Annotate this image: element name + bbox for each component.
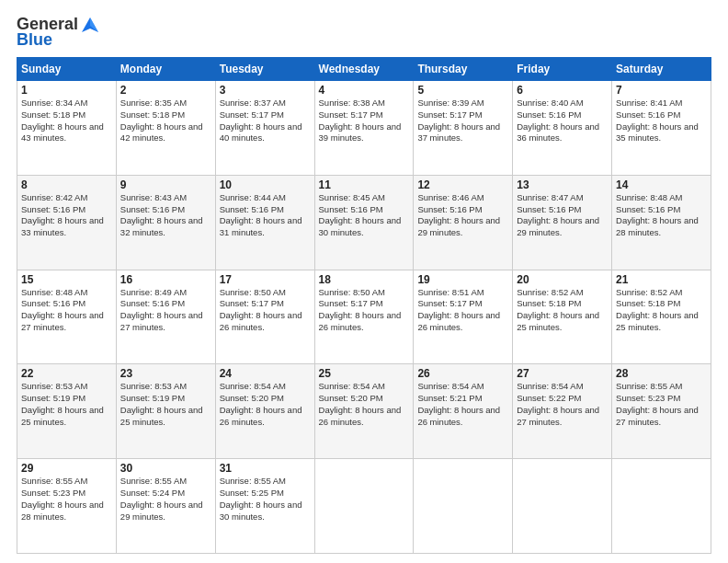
day-cell-27: 27 Sunrise: 8:54 AM Sunset: 5:22 PM Dayl… [513, 364, 612, 459]
day-cell-13: 13 Sunrise: 8:47 AM Sunset: 5:16 PM Dayl… [513, 175, 612, 270]
day-number: 29 [21, 462, 112, 475]
day-cell-10: 10 Sunrise: 8:44 AM Sunset: 5:16 PM Dayl… [215, 175, 314, 270]
day-cell-1: 1 Sunrise: 8:34 AM Sunset: 5:18 PM Dayli… [17, 81, 117, 176]
day-info: Sunrise: 8:48 AM Sunset: 5:16 PM Dayligh… [21, 287, 112, 334]
day-cell-6: 6 Sunrise: 8:40 AM Sunset: 5:16 PM Dayli… [513, 81, 612, 176]
day-cell-9: 9 Sunrise: 8:43 AM Sunset: 5:16 PM Dayli… [116, 175, 215, 270]
day-cell-26: 26 Sunrise: 8:54 AM Sunset: 5:21 PM Dayl… [414, 364, 513, 459]
day-number: 30 [120, 462, 211, 475]
day-cell-18: 18 Sunrise: 8:50 AM Sunset: 5:17 PM Dayl… [314, 270, 414, 364]
day-cell-14: 14 Sunrise: 8:48 AM Sunset: 5:16 PM Dayl… [612, 175, 711, 270]
day-number: 18 [319, 273, 410, 286]
day-cell-11: 11 Sunrise: 8:45 AM Sunset: 5:16 PM Dayl… [314, 175, 414, 270]
day-cell-5: 5 Sunrise: 8:39 AM Sunset: 5:17 PM Dayli… [414, 81, 513, 176]
day-info: Sunrise: 8:54 AM Sunset: 5:21 PM Dayligh… [417, 381, 508, 428]
day-number: 1 [21, 84, 112, 97]
day-info: Sunrise: 8:42 AM Sunset: 5:16 PM Dayligh… [21, 192, 112, 239]
day-info: Sunrise: 8:54 AM Sunset: 5:20 PM Dayligh… [220, 381, 311, 428]
day-info: Sunrise: 8:55 AM Sunset: 5:25 PM Dayligh… [220, 476, 311, 523]
days-of-week-row: SundayMondayTuesdayWednesdayThursdayFrid… [17, 58, 711, 81]
day-info: Sunrise: 8:52 AM Sunset: 5:18 PM Dayligh… [517, 287, 608, 334]
day-info: Sunrise: 8:49 AM Sunset: 5:16 PM Dayligh… [120, 287, 211, 334]
empty-cell [314, 459, 414, 554]
day-number: 14 [616, 178, 707, 191]
day-info: Sunrise: 8:45 AM Sunset: 5:16 PM Dayligh… [319, 192, 410, 239]
day-info: Sunrise: 8:40 AM Sunset: 5:16 PM Dayligh… [517, 98, 608, 144]
day-number: 13 [517, 178, 608, 191]
day-cell-3: 3 Sunrise: 8:37 AM Sunset: 5:17 PM Dayli… [215, 81, 314, 176]
empty-cell [414, 459, 513, 554]
day-info: Sunrise: 8:37 AM Sunset: 5:17 PM Dayligh… [220, 98, 311, 144]
day-cell-2: 2 Sunrise: 8:35 AM Sunset: 5:18 PM Dayli… [116, 81, 215, 176]
day-number: 17 [220, 273, 311, 286]
day-cell-12: 12 Sunrise: 8:46 AM Sunset: 5:16 PM Dayl… [414, 175, 513, 270]
day-cell-17: 17 Sunrise: 8:50 AM Sunset: 5:17 PM Dayl… [215, 270, 314, 364]
day-cell-25: 25 Sunrise: 8:54 AM Sunset: 5:20 PM Dayl… [314, 364, 414, 459]
day-number: 10 [220, 178, 311, 191]
day-info: Sunrise: 8:35 AM Sunset: 5:18 PM Dayligh… [120, 98, 211, 144]
day-info: Sunrise: 8:34 AM Sunset: 5:18 PM Dayligh… [21, 98, 112, 144]
day-number: 24 [220, 367, 311, 380]
day-number: 26 [417, 367, 508, 380]
day-cell-15: 15 Sunrise: 8:48 AM Sunset: 5:16 PM Dayl… [17, 270, 117, 364]
page: General Blue SundayMondayTuesdayWednesda… [0, 0, 728, 563]
day-info: Sunrise: 8:55 AM Sunset: 5:23 PM Dayligh… [21, 476, 112, 523]
day-cell-24: 24 Sunrise: 8:54 AM Sunset: 5:20 PM Dayl… [215, 364, 314, 459]
day-cell-29: 29 Sunrise: 8:55 AM Sunset: 5:23 PM Dayl… [17, 459, 117, 554]
day-info: Sunrise: 8:53 AM Sunset: 5:19 PM Dayligh… [120, 381, 211, 428]
day-info: Sunrise: 8:43 AM Sunset: 5:16 PM Dayligh… [120, 192, 211, 239]
day-cell-20: 20 Sunrise: 8:52 AM Sunset: 5:18 PM Dayl… [513, 270, 612, 364]
day-number: 15 [21, 273, 112, 286]
day-number: 23 [120, 367, 211, 380]
day-info: Sunrise: 8:55 AM Sunset: 5:23 PM Dayligh… [616, 381, 707, 428]
day-number: 25 [319, 367, 410, 380]
day-info: Sunrise: 8:38 AM Sunset: 5:17 PM Dayligh… [319, 98, 410, 144]
day-info: Sunrise: 8:47 AM Sunset: 5:16 PM Dayligh… [517, 192, 608, 239]
day-number: 19 [417, 273, 508, 286]
calendar-body: 1 Sunrise: 8:34 AM Sunset: 5:18 PM Dayli… [17, 81, 711, 554]
day-cell-21: 21 Sunrise: 8:52 AM Sunset: 5:18 PM Dayl… [612, 270, 711, 364]
day-info: Sunrise: 8:54 AM Sunset: 5:22 PM Dayligh… [517, 381, 608, 428]
day-info: Sunrise: 8:48 AM Sunset: 5:16 PM Dayligh… [616, 192, 707, 239]
day-header-saturday: Saturday [612, 58, 711, 81]
day-cell-19: 19 Sunrise: 8:51 AM Sunset: 5:17 PM Dayl… [414, 270, 513, 364]
day-cell-30: 30 Sunrise: 8:55 AM Sunset: 5:24 PM Dayl… [116, 459, 215, 554]
day-cell-23: 23 Sunrise: 8:53 AM Sunset: 5:19 PM Dayl… [116, 364, 215, 459]
day-info: Sunrise: 8:50 AM Sunset: 5:17 PM Dayligh… [220, 287, 311, 334]
day-number: 21 [616, 273, 707, 286]
day-info: Sunrise: 8:52 AM Sunset: 5:18 PM Dayligh… [616, 287, 707, 334]
day-info: Sunrise: 8:51 AM Sunset: 5:17 PM Dayligh… [417, 287, 508, 334]
day-info: Sunrise: 8:55 AM Sunset: 5:24 PM Dayligh… [120, 476, 211, 523]
day-number: 4 [319, 84, 410, 97]
day-number: 7 [616, 84, 707, 97]
week-row-2: 8 Sunrise: 8:42 AM Sunset: 5:16 PM Dayli… [17, 175, 711, 270]
day-number: 12 [417, 178, 508, 191]
day-number: 5 [417, 84, 508, 97]
empty-cell [612, 459, 711, 554]
day-number: 27 [517, 367, 608, 380]
day-header-monday: Monday [116, 58, 215, 81]
empty-cell [513, 459, 612, 554]
day-info: Sunrise: 8:53 AM Sunset: 5:19 PM Dayligh… [21, 381, 112, 428]
day-cell-8: 8 Sunrise: 8:42 AM Sunset: 5:16 PM Dayli… [17, 175, 117, 270]
day-number: 31 [220, 462, 311, 475]
day-cell-28: 28 Sunrise: 8:55 AM Sunset: 5:23 PM Dayl… [612, 364, 711, 459]
week-row-4: 22 Sunrise: 8:53 AM Sunset: 5:19 PM Dayl… [17, 364, 711, 459]
calendar-header: SundayMondayTuesdayWednesdayThursdayFrid… [17, 58, 711, 81]
header: General Blue [17, 15, 711, 50]
day-number: 9 [120, 178, 211, 191]
day-header-thursday: Thursday [414, 58, 513, 81]
day-number: 2 [120, 84, 211, 97]
day-number: 22 [21, 367, 112, 380]
day-header-tuesday: Tuesday [215, 58, 314, 81]
day-cell-31: 31 Sunrise: 8:55 AM Sunset: 5:25 PM Dayl… [215, 459, 314, 554]
day-number: 8 [21, 178, 112, 191]
week-row-5: 29 Sunrise: 8:55 AM Sunset: 5:23 PM Dayl… [17, 459, 711, 554]
day-number: 11 [319, 178, 410, 191]
day-header-wednesday: Wednesday [314, 58, 414, 81]
day-cell-16: 16 Sunrise: 8:49 AM Sunset: 5:16 PM Dayl… [116, 270, 215, 364]
day-info: Sunrise: 8:39 AM Sunset: 5:17 PM Dayligh… [417, 98, 508, 144]
week-row-1: 1 Sunrise: 8:34 AM Sunset: 5:18 PM Dayli… [17, 81, 711, 176]
day-cell-22: 22 Sunrise: 8:53 AM Sunset: 5:19 PM Dayl… [17, 364, 117, 459]
calendar-table: SundayMondayTuesdayWednesdayThursdayFrid… [17, 57, 711, 554]
